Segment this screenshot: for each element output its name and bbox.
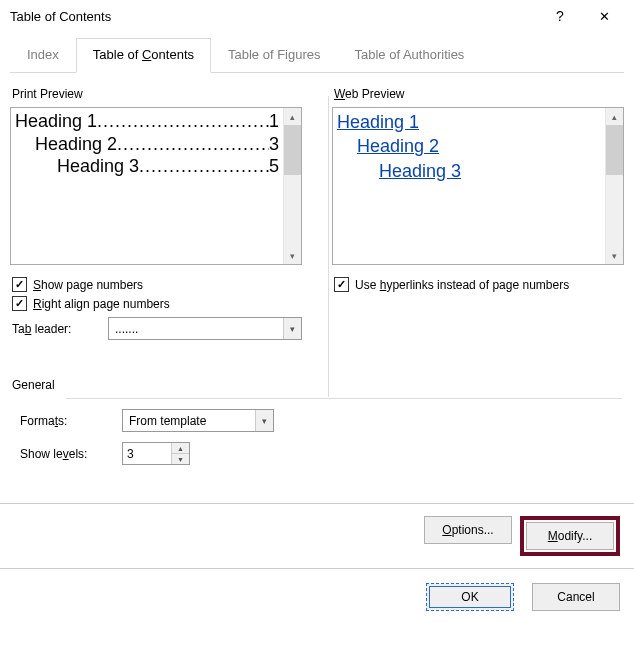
toc-row: Heading 35	[13, 155, 281, 178]
scroll-thumb[interactable]	[284, 125, 301, 175]
options-row: Options... Modify...	[0, 503, 634, 568]
cancel-button[interactable]: Cancel	[532, 583, 620, 611]
scroll-down-icon[interactable]: ▾	[284, 247, 301, 264]
print-preview-box: Heading 11 Heading 23 Heading 35 ▴ ▾	[10, 107, 302, 265]
ok-button[interactable]: OK	[426, 583, 514, 611]
formats-value: From template	[123, 414, 255, 428]
use-hyperlinks-checkbox[interactable]: Use hyperlinks instead of page numbers	[334, 277, 624, 292]
commit-row: OK Cancel	[0, 568, 634, 625]
formats-combo[interactable]: From template	[122, 409, 274, 432]
options-button[interactable]: Options...	[424, 516, 512, 544]
scroll-down-icon[interactable]: ▾	[606, 247, 623, 264]
web-preview-content: Heading 1 Heading 2 Heading 3	[333, 108, 605, 264]
general-label: General	[12, 378, 622, 392]
scroll-thumb[interactable]	[606, 125, 623, 175]
show-levels-row: Show levels: ▲ ▼	[20, 442, 620, 465]
tab-table-of-authorities[interactable]: Table of Authorities	[338, 38, 482, 73]
tab-table-of-contents[interactable]: Table of Contents	[76, 38, 211, 73]
vertical-divider	[328, 96, 329, 397]
web-preview-scrollbar[interactable]: ▴ ▾	[605, 108, 623, 264]
chevron-down-icon[interactable]	[283, 318, 301, 339]
dialog-body: Print Preview Heading 11 Heading 23 Head…	[0, 73, 634, 346]
web-row: Heading 1	[335, 110, 603, 134]
tab-leader-value: .......	[109, 322, 283, 336]
print-preview-label: Print Preview	[10, 85, 302, 107]
dialog-title: Table of Contents	[10, 9, 538, 24]
modify-button[interactable]: Modify...	[526, 522, 614, 550]
modify-highlight: Modify...	[520, 516, 620, 556]
show-levels-label: Show levels:	[20, 447, 106, 461]
web-preview-col: Web Preview Heading 1 Heading 2 Heading …	[332, 85, 624, 344]
tab-index[interactable]: Index	[10, 38, 76, 73]
tab-leader-combo[interactable]: .......	[108, 317, 302, 340]
show-levels-spinner[interactable]: ▲ ▼	[122, 442, 190, 465]
web-preview-label: Web Preview	[332, 85, 624, 107]
show-levels-input[interactable]	[123, 443, 171, 464]
print-preview-content: Heading 11 Heading 23 Heading 35	[11, 108, 283, 264]
checkbox-icon	[334, 277, 349, 292]
chevron-down-icon[interactable]	[255, 410, 273, 431]
print-preview-col: Print Preview Heading 11 Heading 23 Head…	[10, 85, 302, 344]
title-bar: Table of Contents	[0, 0, 634, 32]
tab-bar: Index Table of Contents Table of Figures…	[10, 38, 624, 73]
help-button[interactable]	[538, 1, 582, 31]
web-row: Heading 3	[335, 159, 603, 183]
scroll-up-icon[interactable]: ▴	[284, 108, 301, 125]
formats-row: Formats: From template	[20, 409, 620, 432]
tab-leader-row: Tab leader: .......	[12, 317, 302, 340]
toc-row: Heading 11	[13, 110, 281, 133]
web-row: Heading 2	[335, 134, 603, 158]
toc-row: Heading 23	[13, 133, 281, 156]
print-preview-scrollbar[interactable]: ▴ ▾	[283, 108, 301, 264]
spin-down-icon[interactable]: ▼	[171, 454, 189, 464]
web-preview-box: Heading 1 Heading 2 Heading 3 ▴ ▾	[332, 107, 624, 265]
checkbox-icon	[12, 277, 27, 292]
formats-label: Formats:	[20, 414, 106, 428]
spin-up-icon[interactable]: ▲	[171, 443, 189, 454]
show-page-numbers-checkbox[interactable]: Show page numbers	[12, 277, 302, 292]
close-button[interactable]	[582, 1, 626, 31]
scroll-up-icon[interactable]: ▴	[606, 108, 623, 125]
tab-table-of-figures[interactable]: Table of Figures	[211, 38, 338, 73]
general-section: Formats: From template Show levels: ▲ ▼	[0, 409, 634, 479]
tab-leader-label: Tab leader:	[12, 322, 92, 336]
checkbox-icon	[12, 296, 27, 311]
right-align-checkbox[interactable]: Right align page numbers	[12, 296, 302, 311]
